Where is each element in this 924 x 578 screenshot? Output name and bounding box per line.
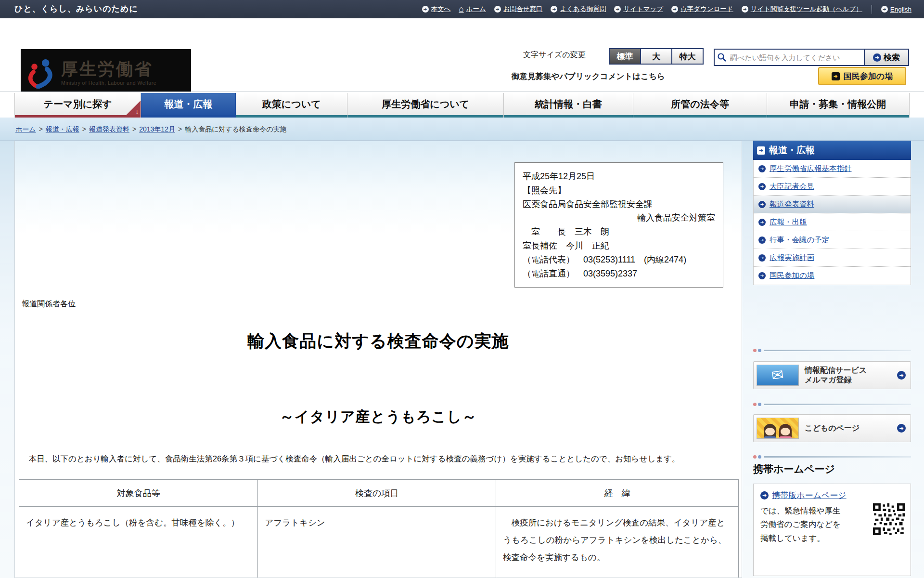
sidebar-item-pr-plan[interactable]: ➔広報実施計画 [754, 249, 911, 267]
blue-dot-icon [758, 455, 761, 459]
salutation: 報道関係者各位 [22, 299, 76, 309]
tab-about-mhlw[interactable]: 厚生労働省について [347, 93, 504, 118]
main-content: 平成25年12月25日 【照会先】 医薬食品局食品安全部監視安全課 輸入食品安全… [14, 141, 742, 578]
mobile-homepage-link[interactable]: 携帯版ホームページ [772, 490, 847, 501]
arrow-circle-icon: ➔ [758, 219, 766, 226]
cell-target-foods: イタリア産とうもろこし（粉を含む。甘味種を除く。） [19, 507, 258, 578]
mhlw-logo-mark-icon [27, 57, 55, 89]
arrow-circle-icon: ➔ [758, 165, 766, 172]
arrow-circle-icon: ➔ [881, 6, 888, 13]
topbar-link-sitemap[interactable]: ➔サイトマップ [614, 5, 663, 13]
col-target-foods: 対象食品等 [19, 480, 258, 507]
arrow-circle-icon: ➔ [551, 6, 557, 13]
mhlw-logo[interactable]: 厚生労働省 Ministry of Health, Labour and Wel… [21, 49, 191, 96]
sidebar-item-publications[interactable]: ➔広報・出版 [754, 213, 911, 231]
sidebar: ➔ 報道・広報 ➔厚生労働省広報基本指針 ➔大臣記者会見 ➔報道発表資料 ➔広報… [753, 141, 911, 578]
arrow-circle-icon: ➔ [873, 53, 881, 62]
logo-text: 厚生労働省 Ministry of Health, Labour and Wel… [61, 60, 156, 86]
font-size-standard-button[interactable]: 標準 [609, 48, 641, 65]
home-icon: ⌂ [459, 4, 463, 14]
sidebar-divider [753, 348, 911, 352]
arrow-circle-icon: ➔ [760, 491, 769, 499]
arrow-circle-icon: ➔ [897, 371, 906, 380]
sidebar-divider [753, 402, 911, 406]
search-icon [717, 53, 727, 62]
kids-banner-icon [757, 418, 799, 439]
contact-phone-main: （電話代表） 03(5253)1111 (内線2474) [523, 253, 715, 267]
breadcrumb-home[interactable]: ホーム [15, 125, 36, 133]
font-size-xlarge-button[interactable]: 特大 [671, 48, 704, 65]
tab-policy[interactable]: 政策について [236, 93, 347, 118]
page-subtitle: ～イタリア産とうもろこし～ [15, 407, 742, 427]
public-participation-button[interactable]: ➔国民参加の場 [818, 67, 906, 85]
sidebar-item-pr-policy[interactable]: ➔厚生労働省広報基本指針 [754, 160, 911, 178]
arrow-circle-icon: ➔ [614, 6, 621, 13]
cell-background: 検疫所におけるモニタリング検査の結果、イタリア産とうもろこしの粉からアフラトキシ… [496, 507, 739, 578]
topbar-divider [872, 5, 872, 13]
topbar-link-home[interactable]: ⌂ホーム [459, 4, 486, 14]
kids-banner-label: こどものページ [805, 423, 860, 433]
kids-page-banner[interactable]: こどものページ ➔ [753, 414, 911, 442]
breadcrumb-press-releases[interactable]: 報道発表資料 [89, 125, 129, 133]
font-size-switcher: 標準 大 特大 [610, 48, 704, 65]
utility-topbar: ひと、くらし、みらいのために ➔本文へ ⌂ホーム ➔お問合せ窓口 ➔よくある御質… [0, 0, 924, 18]
tab-statistics[interactable]: 統計情報・白書 [504, 93, 633, 118]
sidebar-item-events[interactable]: ➔行事・会議の予定 [754, 231, 911, 249]
font-size-large-button[interactable]: 大 [640, 48, 672, 65]
arrow-circle-icon: ➔ [758, 183, 766, 190]
arrow-circle-icon: ➔ [422, 6, 429, 13]
table-header-row: 対象食品等 検査の項目 経 緯 [19, 480, 739, 507]
chevron-down-icon: ↓ [135, 108, 139, 115]
topbar-link-english[interactable]: ➔English [881, 6, 911, 13]
tab-press[interactable]: 報道・広報 [141, 93, 236, 118]
sidebar-header-press[interactable]: ➔ 報道・広報 [753, 141, 911, 160]
topbar-link-main-content[interactable]: ➔本文へ [422, 5, 451, 13]
search-button[interactable]: ➔検索 [864, 49, 909, 66]
col-inspection-item: 検査の項目 [258, 480, 496, 507]
contact-director: 室 長 三木 朗 [523, 225, 715, 239]
topbar-link-accessibility-tool[interactable]: ➔サイト閲覧支援ツール起動（ヘルプ） [742, 5, 862, 13]
breadcrumb-2013-12[interactable]: 2013年12月 [139, 125, 175, 133]
breadcrumb-press[interactable]: 報道・広報 [46, 125, 79, 133]
tab-themes[interactable]: テーマ別に探す ↓ [14, 93, 141, 118]
tab-laws[interactable]: 所管の法令等 [633, 93, 767, 118]
mobile-homepage-box: ➔ 携帯版ホームページ では、緊急情報や厚生労働省のご案内などを掲載しています。 [753, 484, 911, 576]
qr-code [873, 503, 905, 535]
topbar-link-contact[interactable]: ➔お問合せ窓口 [494, 5, 543, 13]
arrow-square-icon: ➔ [832, 72, 840, 80]
topbar-link-faq[interactable]: ➔よくある御質問 [551, 5, 606, 13]
tab-applications[interactable]: 申請・募集・情報公開 [767, 93, 910, 118]
red-dot-icon [753, 455, 757, 459]
arrow-circle-icon: ➔ [758, 236, 766, 244]
sidebar-menu: ➔厚生労働省広報基本指針 ➔大臣記者会見 ➔報道発表資料 ➔広報・出版 ➔行事・… [753, 160, 911, 285]
search-input[interactable] [714, 49, 864, 66]
arrow-circle-icon: ➔ [758, 254, 766, 262]
mailmag-banner-label: 情報配信サービス メルマガ登録 [805, 366, 867, 385]
contact-office: 輸入食品安全対策室 [523, 211, 715, 225]
inspection-order-table: 対象食品等 検査の項目 経 緯 イタリア産とうもろこし（粉を含む。甘味種を除く。… [19, 479, 739, 578]
cell-inspection-item: アフラトキシン [258, 507, 496, 578]
sidebar-item-minister-press[interactable]: ➔大臣記者会見 [754, 178, 911, 196]
table-row: イタリア産とうもろこし（粉を含む。甘味種を除く。） アフラトキシン 検疫所におけ… [19, 507, 739, 578]
mailmag-banner[interactable]: ✉ 情報配信サービス メルマガ登録 ➔ [753, 361, 911, 389]
sidebar-item-press-releases[interactable]: ➔報道発表資料 [754, 196, 911, 213]
mhlw-press-release-page: { "topbar": { "tagline": "ひと、くらし、みらいのために… [0, 0, 924, 578]
sidebar-divider [753, 455, 911, 459]
page-title: 輸入食品に対する検査命令の実施 [15, 330, 742, 353]
utility-links: ➔本文へ ⌂ホーム ➔お問合せ窓口 ➔よくある御質問 ➔サイトマップ ➔点字ダウ… [422, 0, 911, 18]
mail-banner-icon: ✉ [757, 365, 799, 386]
arrow-square-icon: ➔ [757, 146, 765, 155]
global-navigation: テーマ別に探す ↓ 報道・広報 政策について 厚生労働省について 統計情報・白書… [0, 92, 924, 118]
logo-subtitle: Ministry of Health, Labour and Welfare [61, 80, 156, 86]
arrow-circle-icon: ➔ [758, 272, 766, 279]
contact-heading: 【照会先】 [523, 184, 715, 197]
arrow-circle-icon: ➔ [671, 6, 678, 13]
arrow-circle-icon: ➔ [742, 6, 748, 13]
breadcrumb: ホーム>報道・広報>報道発表資料>2013年12月>輸入食品に対する検査命令の実… [0, 118, 924, 141]
red-dot-icon [753, 403, 757, 406]
blue-dot-icon [758, 349, 761, 352]
topbar-link-braille[interactable]: ➔点字ダウンロード [671, 5, 733, 13]
site-search: ➔検索 [714, 49, 909, 66]
sidebar-item-participation[interactable]: ➔国民参加の場 [754, 267, 911, 285]
mobile-homepage-heading: 携帯ホームページ [753, 462, 835, 476]
